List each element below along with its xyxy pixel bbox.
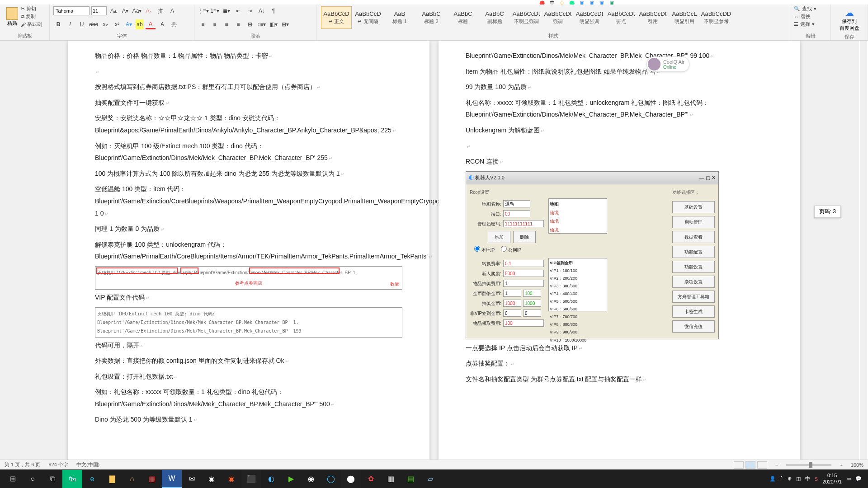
style-item[interactable]: AaBbCcD↵ 无间隔 bbox=[353, 6, 383, 29]
search-button[interactable]: ○ bbox=[23, 470, 42, 488]
show-marks-button[interactable]: ¶ bbox=[269, 6, 278, 16]
select-button[interactable]: ☰选择▾ bbox=[794, 21, 827, 28]
chrome-icon[interactable]: ◉ bbox=[202, 470, 222, 488]
start-button[interactable]: ⊞ bbox=[3, 470, 23, 488]
app-icon[interactable]: ⌂ bbox=[122, 470, 142, 488]
notification-icon[interactable]: ▭ bbox=[846, 476, 851, 482]
font-color-button[interactable]: A bbox=[146, 19, 156, 29]
style-item[interactable]: AaBbC标题 bbox=[448, 6, 478, 29]
save-baidu-button[interactable]: ☁ 保存到 百度网盘 bbox=[835, 5, 864, 33]
distribute-button[interactable]: ⊞ bbox=[245, 19, 255, 29]
app-icon[interactable]: ⬛ bbox=[241, 470, 261, 488]
zoom-out-button[interactable]: − bbox=[775, 462, 778, 468]
text-effects-button[interactable]: A▾ bbox=[124, 19, 134, 29]
web-layout-button[interactable] bbox=[757, 461, 767, 469]
style-item[interactable]: AaBbCcL明显引用 bbox=[669, 6, 700, 29]
tray-people-icon[interactable]: 👤 bbox=[769, 476, 776, 482]
app-icon[interactable]: ▶ bbox=[281, 470, 301, 488]
style-item[interactable]: AaBbC副标题 bbox=[479, 6, 510, 29]
shrink-font-button[interactable]: A▾ bbox=[120, 6, 130, 16]
app-icon[interactable]: ✿ bbox=[361, 470, 381, 488]
align-left-button[interactable]: ≡ bbox=[198, 19, 208, 29]
style-item[interactable]: AaBbCcDt不明显强调 bbox=[511, 6, 542, 29]
zoom-slider[interactable] bbox=[786, 464, 831, 466]
font-size-combo[interactable] bbox=[91, 6, 107, 15]
edge-icon[interactable]: e bbox=[82, 470, 102, 488]
style-item[interactable]: AaBbCcDt强调 bbox=[542, 6, 573, 29]
style-item[interactable]: AaBbCcDD不明显参考 bbox=[701, 6, 731, 29]
multilevel-button[interactable]: ≣▾ bbox=[222, 6, 231, 16]
bullets-button[interactable]: ⋮≡▾ bbox=[198, 6, 208, 16]
line-spacing-button[interactable]: ↕≡▾ bbox=[257, 19, 267, 29]
system-tray[interactable]: 👤 ˄ ⊕ ◫ 中 S 0:15 2020/7/1 ▭ 💬 bbox=[769, 473, 865, 484]
align-center-button[interactable]: ≡ bbox=[210, 19, 220, 29]
app-icon[interactable]: ▤ bbox=[401, 470, 420, 488]
page-indicator[interactable]: 第 1 页，共 6 页 bbox=[5, 461, 40, 468]
zoom-in-button[interactable]: + bbox=[840, 462, 842, 468]
enclose-char-button[interactable]: ㊥ bbox=[169, 19, 179, 29]
tray-app-icon[interactable]: ◫ bbox=[796, 476, 801, 482]
tray-chevron-icon[interactable]: ˄ bbox=[780, 476, 783, 482]
font-name-combo[interactable] bbox=[53, 6, 90, 15]
obs-icon[interactable]: ⬤ bbox=[341, 470, 361, 488]
app-icon[interactable]: ▱ bbox=[420, 470, 440, 488]
app-icon[interactable]: ◐ bbox=[261, 470, 281, 488]
italic-button[interactable]: I bbox=[65, 19, 75, 29]
tray-ime-icon[interactable]: 中 bbox=[805, 475, 810, 482]
style-item[interactable]: AaBbCcDt引用 bbox=[637, 6, 668, 29]
clock[interactable]: 0:15 2020/7/1 bbox=[822, 473, 842, 484]
style-item[interactable]: AaB标题 1 bbox=[384, 6, 415, 29]
tray-app-icon[interactable]: ⊕ bbox=[788, 476, 792, 482]
action-center-icon[interactable]: 💬 bbox=[855, 476, 862, 482]
app-icon[interactable]: ◯ bbox=[321, 470, 341, 488]
find-button[interactable]: 🔍查找▾ bbox=[794, 5, 827, 12]
copy-button[interactable]: ⧉复制 bbox=[21, 13, 42, 20]
explorer-icon[interactable]: ▇ bbox=[102, 470, 122, 488]
mail-icon[interactable]: ✉ bbox=[182, 470, 202, 488]
print-layout-button[interactable] bbox=[745, 461, 755, 469]
store-icon[interactable]: 🛍 bbox=[62, 470, 82, 488]
tray-app-icon[interactable]: S bbox=[815, 476, 818, 482]
read-mode-button[interactable] bbox=[734, 461, 744, 469]
style-item[interactable]: AaBbCcDt明显强调 bbox=[574, 6, 605, 29]
zoom-level[interactable]: 100% bbox=[851, 462, 863, 468]
format-painter-button[interactable]: 🖌格式刷 bbox=[21, 21, 42, 28]
paste-button[interactable]: 粘贴 bbox=[4, 5, 21, 28]
task-view-button[interactable]: ⧉ bbox=[42, 470, 62, 488]
shading-button[interactable]: ◧▾ bbox=[269, 19, 278, 29]
replace-button[interactable]: ↔替换 bbox=[794, 13, 827, 20]
word-count[interactable]: 924 个字 bbox=[48, 461, 68, 468]
bold-button[interactable]: B bbox=[53, 19, 63, 29]
subscript-button[interactable]: x₂ bbox=[100, 19, 110, 29]
style-item[interactable]: AaBbCcDt要点 bbox=[606, 6, 637, 29]
firefox-icon[interactable]: ◉ bbox=[222, 470, 241, 488]
increase-indent-button[interactable]: ⇥ bbox=[245, 6, 255, 16]
decrease-indent-button[interactable]: ⇤ bbox=[233, 6, 243, 16]
cut-button[interactable]: ✂剪切 bbox=[21, 5, 42, 12]
page-right[interactable]: Blueprint'/Game/Extinction/Dinos/Mek/Mek… bbox=[439, 41, 800, 461]
styles-gallery[interactable]: AaBbCcD↵ 正文AaBbCcD↵ 无间隔AaB标题 1AaBbC标题 2A… bbox=[320, 5, 786, 30]
vertical-scrollbar[interactable] bbox=[860, 41, 867, 461]
page-left[interactable]: 物品价格：价格 物品数量：1 物品属性：物品 物品类型：卡密 按照格式填写到点券… bbox=[68, 41, 429, 461]
clear-format-button[interactable]: Aₓ bbox=[144, 6, 154, 16]
app-icon[interactable]: ◉ bbox=[301, 470, 321, 488]
char-border-button[interactable]: A bbox=[167, 6, 177, 16]
grow-font-button[interactable]: A▴ bbox=[108, 6, 118, 16]
document-canvas[interactable]: 物品价格：价格 物品数量：1 物品属性：物品 物品类型：卡密 按照格式填写到点券… bbox=[0, 41, 859, 461]
style-item[interactable]: AaBbCcD↵ 正文 bbox=[321, 6, 352, 29]
highlight-button[interactable]: ab bbox=[136, 19, 144, 29]
word-icon[interactable]: W bbox=[162, 470, 182, 488]
borders-button[interactable]: ⊞▾ bbox=[280, 19, 290, 29]
justify-button[interactable]: ≡ bbox=[233, 19, 243, 29]
numbering-button[interactable]: 1≡▾ bbox=[210, 6, 220, 16]
app-icon[interactable]: ▥ bbox=[381, 470, 401, 488]
underline-button[interactable]: U bbox=[77, 19, 87, 29]
language-indicator[interactable]: 中文(中国) bbox=[76, 461, 99, 468]
char-shading-button[interactable]: A bbox=[157, 19, 167, 29]
style-item[interactable]: AaBbC标题 2 bbox=[416, 6, 447, 29]
phonetic-button[interactable]: 拼 bbox=[156, 6, 165, 16]
align-right-button[interactable]: ≡ bbox=[222, 19, 231, 29]
sort-button[interactable]: A↓ bbox=[257, 6, 267, 16]
change-case-button[interactable]: Aa▾ bbox=[132, 6, 142, 16]
strike-button[interactable]: abc bbox=[89, 19, 99, 29]
